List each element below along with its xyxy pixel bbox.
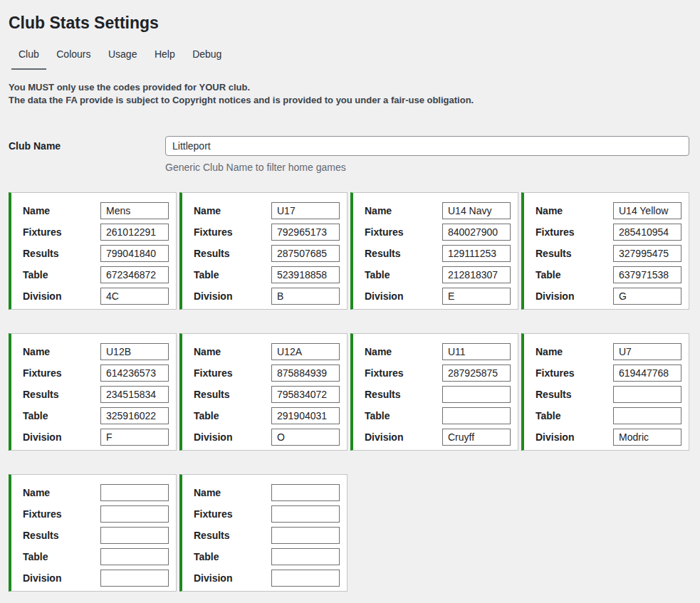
tab-help[interactable]: Help bbox=[147, 43, 182, 68]
team-fixtures-input[interactable] bbox=[442, 224, 511, 241]
team-results-row: Results bbox=[23, 386, 169, 403]
team-name-row: Name bbox=[194, 202, 340, 219]
team-table-label: Table bbox=[536, 269, 561, 280]
team-fixtures-input[interactable] bbox=[271, 224, 340, 241]
team-division-input[interactable] bbox=[100, 288, 169, 305]
team-name-row: Name bbox=[536, 202, 681, 219]
team-table-input[interactable] bbox=[442, 266, 511, 283]
team-results-input[interactable] bbox=[271, 386, 340, 403]
team-division-input[interactable] bbox=[271, 288, 340, 305]
team-card: NameFixturesResultsTableDivision bbox=[350, 333, 518, 451]
team-results-input[interactable] bbox=[442, 386, 511, 403]
team-name-input[interactable] bbox=[100, 484, 169, 501]
team-fixtures-label: Fixtures bbox=[194, 508, 232, 520]
team-division-label: Division bbox=[536, 290, 574, 302]
team-results-input[interactable] bbox=[100, 386, 169, 403]
team-table-input[interactable] bbox=[100, 548, 169, 565]
team-name-input[interactable] bbox=[271, 343, 340, 360]
team-fixtures-input[interactable] bbox=[100, 224, 169, 241]
team-results-input[interactable] bbox=[271, 527, 340, 544]
team-results-input[interactable] bbox=[613, 386, 681, 403]
team-name-input[interactable] bbox=[100, 202, 169, 219]
team-results-input[interactable] bbox=[613, 245, 681, 262]
team-division-label: Division bbox=[194, 290, 232, 302]
team-results-input[interactable] bbox=[100, 527, 169, 544]
team-results-input[interactable] bbox=[442, 245, 511, 262]
team-name-input[interactable] bbox=[271, 484, 340, 501]
team-fixtures-row: Fixtures bbox=[194, 224, 340, 241]
team-name-input[interactable] bbox=[271, 202, 340, 219]
team-name-input[interactable] bbox=[613, 202, 681, 219]
team-results-input[interactable] bbox=[271, 245, 340, 262]
team-table-input[interactable] bbox=[271, 548, 340, 565]
team-card: NameFixturesResultsTableDivision bbox=[179, 192, 348, 310]
team-name-row: Name bbox=[365, 202, 511, 219]
club-name-field: Generic Club Name to filter home games bbox=[165, 136, 689, 173]
team-fixtures-input[interactable] bbox=[271, 505, 340, 523]
club-name-input[interactable] bbox=[165, 136, 689, 156]
team-fixtures-row: Fixtures bbox=[23, 365, 169, 382]
club-name-row: Club Name Generic Club Name to filter ho… bbox=[9, 136, 689, 173]
team-fixtures-row: Fixtures bbox=[23, 505, 169, 523]
tab-club[interactable]: Club bbox=[11, 43, 46, 70]
team-division-row: Division bbox=[536, 288, 681, 305]
team-division-input[interactable] bbox=[613, 429, 681, 446]
team-table-input[interactable] bbox=[442, 407, 511, 424]
team-fixtures-label: Fixtures bbox=[194, 367, 232, 379]
team-fixtures-row: Fixtures bbox=[536, 365, 681, 382]
team-division-input[interactable] bbox=[271, 570, 340, 587]
tab-colours[interactable]: Colours bbox=[49, 43, 98, 68]
team-results-row: Results bbox=[194, 527, 340, 544]
team-division-input[interactable] bbox=[271, 429, 340, 446]
team-name-input[interactable] bbox=[442, 202, 511, 219]
team-fixtures-input[interactable] bbox=[613, 224, 681, 241]
team-results-row: Results bbox=[194, 245, 340, 262]
team-results-label: Results bbox=[23, 248, 59, 259]
team-division-input[interactable] bbox=[442, 429, 511, 446]
team-table-input[interactable] bbox=[271, 407, 340, 424]
team-table-row: Table bbox=[365, 407, 511, 424]
team-table-input[interactable] bbox=[613, 407, 681, 424]
team-card: NameFixturesResultsTableDivision bbox=[179, 474, 348, 592]
team-table-row: Table bbox=[194, 266, 340, 283]
team-name-input[interactable] bbox=[442, 343, 511, 360]
team-table-input[interactable] bbox=[613, 266, 681, 283]
copyright-notice: You MUST only use the codes provided for… bbox=[9, 81, 689, 107]
team-division-label: Division bbox=[365, 290, 403, 302]
team-division-input[interactable] bbox=[100, 570, 169, 587]
team-fixtures-label: Fixtures bbox=[365, 226, 403, 238]
team-results-input[interactable] bbox=[100, 245, 169, 262]
team-table-label: Table bbox=[194, 269, 219, 280]
team-fixtures-input[interactable] bbox=[100, 505, 169, 523]
team-results-label: Results bbox=[194, 530, 230, 541]
club-name-label: Club Name bbox=[9, 136, 165, 152]
team-fixtures-label: Fixtures bbox=[23, 367, 61, 379]
notice-line-2: The data the FA provide is subject to Co… bbox=[9, 94, 689, 107]
team-name-label: Name bbox=[536, 205, 563, 216]
team-division-row: Division bbox=[23, 570, 169, 587]
team-division-input[interactable] bbox=[442, 288, 511, 305]
team-fixtures-input[interactable] bbox=[442, 365, 511, 382]
tab-bar: Club Colours Usage Help Debug bbox=[9, 43, 689, 70]
team-division-row: Division bbox=[194, 429, 340, 446]
team-division-input[interactable] bbox=[613, 288, 681, 305]
team-table-input[interactable] bbox=[100, 266, 169, 283]
team-fixtures-input[interactable] bbox=[100, 365, 169, 382]
team-name-input[interactable] bbox=[100, 343, 169, 360]
team-table-input[interactable] bbox=[100, 407, 169, 424]
team-fixtures-input[interactable] bbox=[613, 365, 681, 382]
team-name-row: Name bbox=[23, 484, 169, 501]
team-fixtures-input[interactable] bbox=[271, 365, 340, 382]
team-name-label: Name bbox=[365, 346, 392, 357]
team-fixtures-row: Fixtures bbox=[536, 224, 681, 241]
team-name-label: Name bbox=[23, 346, 50, 357]
team-card: NameFixturesResultsTableDivision bbox=[521, 333, 689, 451]
tab-usage[interactable]: Usage bbox=[101, 43, 144, 68]
team-division-row: Division bbox=[365, 288, 511, 305]
club-name-help: Generic Club Name to filter home games bbox=[165, 162, 689, 173]
team-results-row: Results bbox=[536, 245, 681, 262]
team-division-input[interactable] bbox=[100, 429, 169, 446]
team-name-input[interactable] bbox=[613, 343, 681, 360]
team-table-input[interactable] bbox=[271, 266, 340, 283]
tab-debug[interactable]: Debug bbox=[185, 43, 229, 68]
